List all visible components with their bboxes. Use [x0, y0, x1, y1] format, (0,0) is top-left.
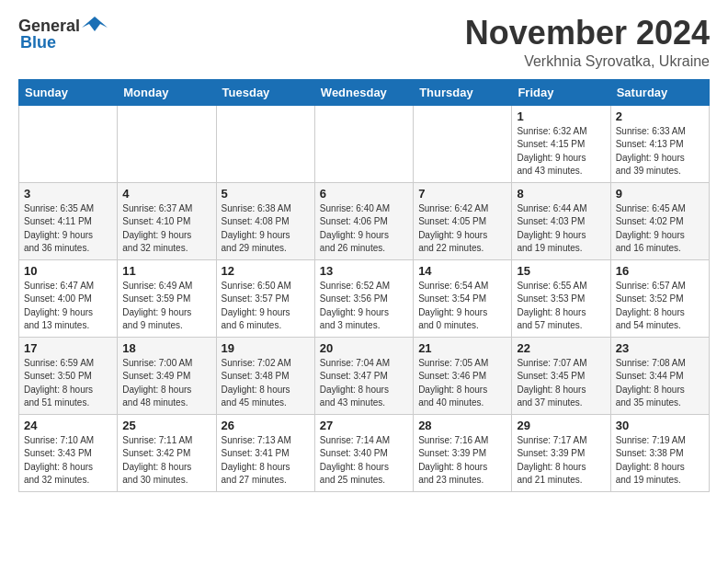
weekday-header-row: SundayMondayTuesdayWednesdayThursdayFrid…: [19, 79, 710, 105]
day-number: 6: [320, 187, 408, 201]
day-detail: Sunrise: 7:07 AM Sunset: 3:45 PM Dayligh…: [517, 358, 586, 408]
weekday-header-tuesday: Tuesday: [216, 79, 314, 105]
day-number: 7: [418, 187, 506, 201]
calendar-week-row: 10Sunrise: 6:47 AM Sunset: 4:00 PM Dayli…: [19, 259, 710, 337]
calendar-cell: 17Sunrise: 6:59 AM Sunset: 3:50 PM Dayli…: [19, 337, 118, 414]
day-detail: Sunrise: 6:47 AM Sunset: 4:00 PM Dayligh…: [24, 281, 94, 331]
calendar-cell: 20Sunrise: 7:04 AM Sunset: 3:47 PM Dayli…: [314, 337, 413, 414]
calendar-cell: 26Sunrise: 7:13 AM Sunset: 3:41 PM Dayli…: [216, 414, 314, 491]
day-detail: Sunrise: 7:05 AM Sunset: 3:46 PM Dayligh…: [418, 358, 488, 408]
day-detail: Sunrise: 7:10 AM Sunset: 3:43 PM Dayligh…: [24, 435, 94, 486]
day-detail: Sunrise: 6:37 AM Sunset: 4:10 PM Dayligh…: [122, 203, 192, 254]
calendar-cell: 10Sunrise: 6:47 AM Sunset: 4:00 PM Dayli…: [19, 259, 118, 337]
calendar-cell: 25Sunrise: 7:11 AM Sunset: 3:42 PM Dayli…: [118, 414, 216, 491]
day-detail: Sunrise: 7:08 AM Sunset: 3:44 PM Dayligh…: [616, 358, 686, 408]
day-detail: Sunrise: 7:00 AM Sunset: 3:49 PM Dayligh…: [122, 358, 192, 408]
page: General Blue November 2024 Verkhnia Syro…: [0, 0, 728, 501]
day-detail: Sunrise: 6:45 AM Sunset: 4:02 PM Dayligh…: [616, 203, 686, 254]
day-number: 20: [320, 341, 408, 355]
day-detail: Sunrise: 6:35 AM Sunset: 4:11 PM Dayligh…: [24, 203, 94, 254]
header: General Blue November 2024 Verkhnia Syro…: [18, 15, 710, 70]
day-number: 11: [122, 264, 210, 278]
day-detail: Sunrise: 6:38 AM Sunset: 4:08 PM Dayligh…: [222, 203, 291, 254]
day-number: 24: [24, 419, 112, 432]
day-detail: Sunrise: 6:59 AM Sunset: 3:50 PM Dayligh…: [24, 358, 94, 408]
calendar-cell: [314, 105, 413, 182]
day-number: 28: [418, 419, 506, 432]
weekday-header-saturday: Saturday: [610, 79, 709, 105]
logo: General Blue: [18, 15, 108, 52]
calendar-cell: 29Sunrise: 7:17 AM Sunset: 3:39 PM Dayli…: [512, 414, 610, 491]
calendar-week-row: 1Sunrise: 6:32 AM Sunset: 4:15 PM Daylig…: [19, 105, 710, 182]
day-number: 26: [222, 419, 310, 432]
day-number: 2: [616, 109, 704, 123]
day-detail: Sunrise: 6:33 AM Sunset: 4:13 PM Dayligh…: [616, 126, 686, 177]
day-number: 25: [122, 419, 210, 432]
calendar-week-row: 24Sunrise: 7:10 AM Sunset: 3:43 PM Dayli…: [19, 414, 710, 491]
month-title: November 2024: [465, 15, 710, 52]
calendar-cell: 8Sunrise: 6:44 AM Sunset: 4:03 PM Daylig…: [512, 182, 610, 259]
day-number: 30: [616, 419, 704, 432]
day-number: 16: [616, 264, 704, 278]
day-number: 29: [517, 419, 605, 432]
day-number: 21: [418, 341, 506, 355]
day-number: 14: [418, 264, 506, 278]
logo-bird-icon: [82, 15, 108, 37]
calendar-week-row: 17Sunrise: 6:59 AM Sunset: 3:50 PM Dayli…: [19, 337, 710, 414]
title-block: November 2024 Verkhnia Syrovatka, Ukrain…: [465, 15, 710, 70]
day-detail: Sunrise: 7:11 AM Sunset: 3:42 PM Dayligh…: [122, 435, 192, 486]
calendar-cell: 4Sunrise: 6:37 AM Sunset: 4:10 PM Daylig…: [118, 182, 216, 259]
calendar-cell: 18Sunrise: 7:00 AM Sunset: 3:49 PM Dayli…: [118, 337, 216, 414]
calendar-cell: 6Sunrise: 6:40 AM Sunset: 4:06 PM Daylig…: [314, 182, 413, 259]
calendar-cell: 12Sunrise: 6:50 AM Sunset: 3:57 PM Dayli…: [216, 259, 314, 337]
day-number: 17: [24, 341, 112, 355]
day-detail: Sunrise: 6:55 AM Sunset: 3:53 PM Dayligh…: [517, 281, 586, 331]
day-number: 18: [122, 341, 210, 355]
calendar-cell: 24Sunrise: 7:10 AM Sunset: 3:43 PM Dayli…: [19, 414, 118, 491]
day-number: 19: [222, 341, 310, 355]
calendar-cell: 21Sunrise: 7:05 AM Sunset: 3:46 PM Dayli…: [414, 337, 512, 414]
weekday-header-sunday: Sunday: [19, 79, 118, 105]
calendar-cell: 13Sunrise: 6:52 AM Sunset: 3:56 PM Dayli…: [314, 259, 413, 337]
day-detail: Sunrise: 6:40 AM Sunset: 4:06 PM Dayligh…: [320, 203, 390, 254]
day-number: 8: [517, 187, 605, 201]
day-number: 9: [616, 187, 704, 201]
day-detail: Sunrise: 6:50 AM Sunset: 3:57 PM Dayligh…: [222, 281, 291, 331]
calendar-cell: 19Sunrise: 7:02 AM Sunset: 3:48 PM Dayli…: [216, 337, 314, 414]
day-detail: Sunrise: 7:04 AM Sunset: 3:47 PM Dayligh…: [320, 358, 390, 408]
calendar-cell: 14Sunrise: 6:54 AM Sunset: 3:54 PM Dayli…: [414, 259, 512, 337]
day-number: 15: [517, 264, 605, 278]
weekday-header-monday: Monday: [118, 79, 216, 105]
calendar-cell: 30Sunrise: 7:19 AM Sunset: 3:38 PM Dayli…: [610, 414, 709, 491]
day-number: 4: [122, 187, 210, 201]
calendar-cell: 1Sunrise: 6:32 AM Sunset: 4:15 PM Daylig…: [512, 105, 610, 182]
calendar-cell: 2Sunrise: 6:33 AM Sunset: 4:13 PM Daylig…: [610, 105, 709, 182]
calendar-cell: 7Sunrise: 6:42 AM Sunset: 4:05 PM Daylig…: [414, 182, 512, 259]
calendar-cell: 23Sunrise: 7:08 AM Sunset: 3:44 PM Dayli…: [610, 337, 709, 414]
calendar-cell: [118, 105, 216, 182]
calendar-cell: 9Sunrise: 6:45 AM Sunset: 4:02 PM Daylig…: [610, 182, 709, 259]
day-number: 13: [320, 264, 408, 278]
day-detail: Sunrise: 6:49 AM Sunset: 3:59 PM Dayligh…: [122, 281, 192, 331]
day-detail: Sunrise: 6:32 AM Sunset: 4:15 PM Dayligh…: [517, 126, 586, 177]
calendar-cell: 16Sunrise: 6:57 AM Sunset: 3:52 PM Dayli…: [610, 259, 709, 337]
calendar-cell: 3Sunrise: 6:35 AM Sunset: 4:11 PM Daylig…: [19, 182, 118, 259]
calendar-cell: 5Sunrise: 6:38 AM Sunset: 4:08 PM Daylig…: [216, 182, 314, 259]
day-number: 10: [24, 264, 112, 278]
calendar-cell: 15Sunrise: 6:55 AM Sunset: 3:53 PM Dayli…: [512, 259, 610, 337]
calendar-table: SundayMondayTuesdayWednesdayThursdayFrid…: [18, 79, 710, 492]
day-number: 5: [222, 187, 310, 201]
day-detail: Sunrise: 7:14 AM Sunset: 3:40 PM Dayligh…: [320, 435, 390, 486]
day-detail: Sunrise: 6:44 AM Sunset: 4:03 PM Dayligh…: [517, 203, 586, 254]
weekday-header-thursday: Thursday: [414, 79, 512, 105]
calendar-cell: [19, 105, 118, 182]
calendar-cell: [216, 105, 314, 182]
day-detail: Sunrise: 6:57 AM Sunset: 3:52 PM Dayligh…: [616, 281, 686, 331]
day-number: 22: [517, 341, 605, 355]
day-detail: Sunrise: 7:16 AM Sunset: 3:39 PM Dayligh…: [418, 435, 488, 486]
location-title: Verkhnia Syrovatka, Ukraine: [465, 53, 710, 70]
logo-blue: Blue: [20, 33, 56, 52]
day-number: 12: [222, 264, 310, 278]
calendar-cell: 28Sunrise: 7:16 AM Sunset: 3:39 PM Dayli…: [414, 414, 512, 491]
day-detail: Sunrise: 6:42 AM Sunset: 4:05 PM Dayligh…: [418, 203, 488, 254]
